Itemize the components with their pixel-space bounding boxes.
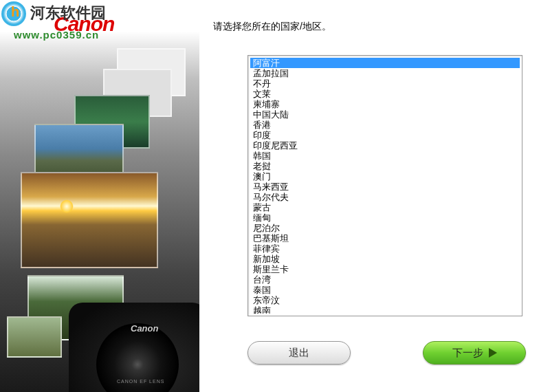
list-item[interactable]: 巴基斯坦: [250, 233, 520, 243]
main-panel: 请选择您所在的国家/地区。 阿富汗孟加拉国不丹文莱柬埔寨中国大陆香港印度印度尼西…: [199, 0, 550, 392]
watermark-site-name: 河东软件园: [30, 4, 106, 21]
list-item[interactable]: 马尔代夫: [250, 192, 520, 202]
watermark-site-url: www.pc0359.cn: [14, 29, 99, 41]
list-item[interactable]: 韩国: [250, 151, 520, 161]
list-item[interactable]: 蒙古: [250, 202, 520, 213]
list-item[interactable]: 尼泊尔: [250, 223, 520, 233]
list-item[interactable]: 菲律宾: [250, 243, 520, 254]
list-item[interactable]: 不丹: [250, 78, 520, 89]
next-button[interactable]: 下一步: [423, 341, 526, 364]
decorative-photo-stack: [7, 48, 199, 337]
list-item[interactable]: 印度: [250, 130, 520, 140]
exit-button[interactable]: 退出: [248, 341, 351, 364]
list-item[interactable]: 缅甸: [250, 213, 520, 223]
watermark-site-logo: 河东软件园: [1, 1, 106, 26]
list-item[interactable]: 香港: [250, 120, 520, 130]
list-item[interactable]: 印度尼西亚: [250, 140, 520, 151]
list-item[interactable]: 新加坡: [250, 254, 520, 264]
list-item[interactable]: 阿富汗: [250, 58, 520, 68]
country-listbox-container: 阿富汗孟加拉国不丹文莱柬埔寨中国大陆香港印度印度尼西亚韩国老挝澳门马来西亚马尔代…: [248, 55, 522, 316]
list-item[interactable]: 台湾: [250, 274, 520, 285]
sidebar-panel: Canon Canon CANON EF LENS: [0, 0, 199, 392]
list-item[interactable]: 孟加拉国: [250, 68, 520, 78]
list-item[interactable]: 老挝: [250, 161, 520, 171]
list-item[interactable]: 东帝汶: [250, 295, 520, 305]
exit-button-label: 退出: [289, 347, 309, 358]
prompt-text: 请选择您所在的国家/地区。: [213, 21, 331, 33]
list-item[interactable]: 马来西亚: [250, 182, 520, 192]
list-item[interactable]: 泰国: [250, 285, 520, 295]
camera-lens-label: CANON EF LENS: [117, 379, 164, 384]
photo-frame-foliage: [7, 316, 62, 358]
list-item[interactable]: 中国大陆: [250, 109, 520, 120]
site-logo-icon: [1, 1, 26, 26]
list-item[interactable]: 文莱: [250, 89, 520, 99]
camera-brand-label: Canon: [131, 323, 158, 334]
list-item[interactable]: 柬埔寨: [250, 99, 520, 109]
list-item[interactable]: 越南: [250, 305, 520, 314]
photo-frame-sunset: [21, 172, 158, 268]
country-listbox[interactable]: 阿富汗孟加拉国不丹文莱柬埔寨中国大陆香港印度印度尼西亚韩国老挝澳门马来西亚马尔代…: [250, 58, 520, 314]
camera-graphic: Canon CANON EF LENS: [69, 303, 206, 392]
arrow-right-icon: [489, 348, 497, 358]
list-item[interactable]: 澳门: [250, 171, 520, 182]
list-item[interactable]: 斯里兰卡: [250, 264, 520, 274]
next-button-label: 下一步: [452, 342, 483, 364]
